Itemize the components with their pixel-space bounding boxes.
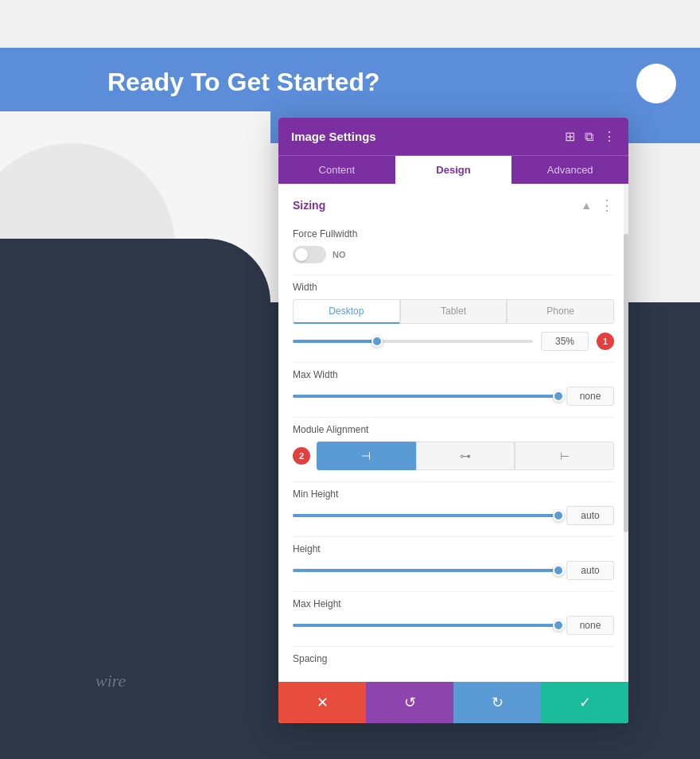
min-height-label: Min Height — [293, 488, 614, 500]
wire-logo: wire — [95, 671, 126, 691]
width-slider-row: 1 — [293, 332, 614, 351]
height-slider-fill — [293, 569, 558, 572]
modal-title: Image Settings — [291, 130, 376, 143]
width-device-tabs: Desktop Tablet Phone — [293, 299, 614, 324]
width-slider-thumb[interactable] — [371, 336, 383, 347]
force-fullwidth-row: Force Fullwidth NO — [278, 222, 628, 274]
dark-curve-bg — [0, 239, 270, 366]
section-header-right: ▲ ⋮ — [581, 197, 614, 214]
height-row: Height — [278, 537, 628, 591]
expand-icon[interactable]: ⊞ — [565, 129, 575, 144]
section-more-icon[interactable]: ⋮ — [600, 197, 614, 214]
width-slider-fill — [293, 340, 377, 343]
max-height-slider-fill — [293, 624, 558, 627]
toggle-knob — [295, 248, 308, 261]
align-right-icon: ⊢ — [560, 450, 570, 462]
force-fullwidth-toggle[interactable] — [293, 246, 326, 263]
max-width-input[interactable] — [566, 387, 614, 406]
scrollbar[interactable] — [624, 184, 628, 682]
align-center-button[interactable]: ⊶ — [416, 442, 515, 470]
circle-cta-button[interactable] — [636, 64, 676, 103]
module-alignment-row: Module Alignment 2 ⊣ ⊶ ⊢ — [278, 418, 628, 481]
width-row: Width Desktop Tablet Phone 1 — [278, 275, 628, 362]
width-tab-phone[interactable]: Phone — [507, 299, 614, 324]
max-height-input[interactable] — [566, 616, 614, 635]
tab-content[interactable]: Content — [278, 156, 395, 184]
width-badge: 1 — [597, 333, 614, 350]
spacing-row: Spacing — [278, 647, 628, 682]
fullscreen-icon[interactable]: ⧉ — [585, 130, 593, 144]
height-slider-row — [293, 561, 614, 580]
height-input[interactable] — [566, 561, 614, 580]
max-width-row: Max Width — [278, 363, 628, 417]
max-height-slider-thumb[interactable] — [553, 620, 564, 631]
spacing-label: Spacing — [293, 653, 614, 664]
max-width-label: Max Width — [293, 369, 614, 380]
min-height-slider-thumb[interactable] — [553, 510, 564, 521]
min-height-slider-fill — [293, 514, 558, 517]
modal-footer: ✕ ↺ ↻ ✓ — [278, 682, 628, 723]
section-collapse-icon[interactable]: ▲ — [581, 199, 592, 212]
width-slider-track[interactable] — [293, 340, 533, 343]
modal-header-actions: ⊞ ⧉ ⋮ — [565, 129, 616, 144]
height-slider-track[interactable] — [293, 569, 558, 572]
alignment-badge: 2 — [293, 447, 310, 465]
sizing-section-header: Sizing ▲ ⋮ — [278, 184, 628, 222]
max-height-slider-row — [293, 616, 614, 635]
min-height-slider-row — [293, 506, 614, 525]
height-label: Height — [293, 543, 614, 555]
tab-advanced[interactable]: Advanced — [511, 156, 628, 184]
min-height-slider-track[interactable] — [293, 514, 558, 517]
modal-body: Sizing ▲ ⋮ Force Fullwidth NO Width Desk… — [278, 184, 628, 682]
modal-header: Image Settings ⊞ ⧉ ⋮ — [278, 118, 628, 155]
width-tab-desktop[interactable]: Desktop — [293, 299, 400, 324]
toggle-no-label: NO — [332, 250, 346, 259]
force-fullwidth-toggle-wrap: NO — [293, 246, 614, 263]
confirm-button[interactable]: ✓ — [541, 682, 628, 723]
redo-button[interactable]: ↻ — [453, 682, 541, 723]
scrollbar-thumb — [624, 234, 628, 533]
more-options-icon[interactable]: ⋮ — [603, 129, 616, 144]
alignment-controls: 2 ⊣ ⊶ ⊢ — [293, 442, 614, 470]
max-height-label: Max Height — [293, 598, 614, 609]
ready-heading: Ready To Get Started? — [107, 68, 380, 97]
width-label: Width — [293, 282, 614, 293]
undo-button[interactable]: ↺ — [366, 682, 453, 723]
width-tab-tablet[interactable]: Tablet — [400, 299, 508, 324]
tab-design[interactable]: Design — [395, 156, 512, 184]
align-right-button[interactable]: ⊢ — [515, 442, 614, 470]
max-width-slider-thumb[interactable] — [553, 391, 564, 402]
force-fullwidth-label: Force Fullwidth — [293, 228, 614, 239]
align-left-icon: ⊣ — [361, 450, 371, 462]
width-input[interactable] — [541, 332, 589, 351]
align-button-group: ⊣ ⊶ ⊢ — [317, 442, 614, 470]
max-width-slider-track[interactable] — [293, 395, 558, 398]
cancel-button[interactable]: ✕ — [278, 682, 366, 723]
min-height-row: Min Height — [278, 482, 628, 536]
section-title: Sizing — [293, 199, 325, 212]
min-height-input[interactable] — [566, 506, 614, 525]
max-width-slider-fill — [293, 395, 558, 398]
modal-tabs: Content Design Advanced — [278, 155, 628, 184]
align-center-icon: ⊶ — [460, 450, 471, 462]
max-width-slider-row — [293, 387, 614, 406]
height-slider-thumb[interactable] — [553, 565, 564, 576]
max-height-row: Max Height — [278, 592, 628, 646]
align-left-button[interactable]: ⊣ — [317, 442, 416, 470]
module-alignment-label: Module Alignment — [293, 424, 614, 435]
image-settings-modal: Image Settings ⊞ ⧉ ⋮ Content Design Adva… — [278, 118, 628, 723]
max-height-slider-track[interactable] — [293, 624, 558, 627]
